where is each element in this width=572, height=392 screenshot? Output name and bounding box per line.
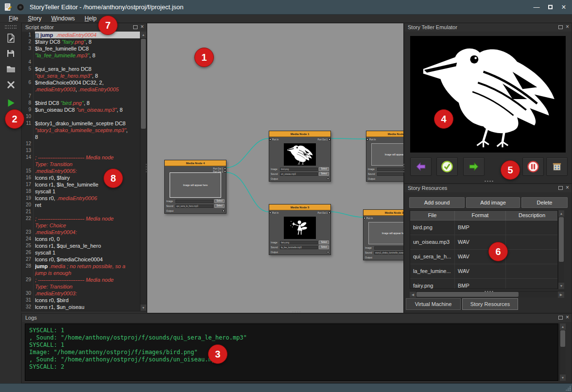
panel-title: Story Resources xyxy=(408,185,447,191)
output-port[interactable] xyxy=(327,178,329,180)
scroll-up-icon[interactable]: ▲ xyxy=(558,210,564,217)
scrollbar-thumb[interactable] xyxy=(560,330,565,347)
close-panel-icon[interactable]: × xyxy=(566,186,569,190)
output-port[interactable] xyxy=(327,251,329,253)
logs-vertical-scrollbar[interactable]: ▲ ▼ xyxy=(559,324,566,381)
script-code-area[interactable]: 1234567891011121314151617181920212223242… xyxy=(22,32,146,311)
select-image-button[interactable]: Select xyxy=(319,167,329,171)
node-title[interactable]: Media Node 2 xyxy=(366,131,404,137)
splitter-handle[interactable] xyxy=(484,180,494,182)
close-button[interactable]: × xyxy=(557,2,570,13)
port-out-label: Port Out 2 xyxy=(213,170,223,173)
splitter-handle[interactable] xyxy=(484,290,494,292)
tab-virtual-machine[interactable]: Virtual Machine xyxy=(406,298,461,310)
callout-2: 2 xyxy=(5,109,24,129)
port-in[interactable] xyxy=(269,212,271,214)
select-sound-button[interactable]: Select xyxy=(214,204,225,208)
code-line: $un_oiseau DC8 "un_oiseau.mp3", 8 xyxy=(35,106,146,113)
scroll-right-icon[interactable]: ▶ xyxy=(558,291,564,298)
select-sound-button[interactable]: Select xyxy=(319,172,329,176)
select-image-button[interactable]: Select xyxy=(319,240,329,244)
scrollbar-thumb[interactable] xyxy=(141,39,146,129)
scroll-down-icon[interactable]: ▼ xyxy=(140,305,146,311)
close-project-button[interactable] xyxy=(2,77,19,92)
toolbar-grip[interactable] xyxy=(5,25,17,29)
port-in[interactable] xyxy=(364,217,365,219)
code-line: ; -------------------------- Media node xyxy=(35,154,146,161)
port-out[interactable] xyxy=(224,168,226,170)
scroll-up-icon[interactable]: ▲ xyxy=(140,32,146,38)
media-node-5[interactable]: Media Node 5 Port In Port Out 1 Imagefai… xyxy=(269,204,331,255)
scrollbar-thumb[interactable] xyxy=(416,292,519,297)
maximize-button[interactable] xyxy=(544,2,556,13)
float-panel-icon[interactable] xyxy=(558,25,563,29)
close-panel-icon[interactable]: × xyxy=(566,25,569,29)
open-project-button[interactable] xyxy=(2,62,19,76)
media-node-1[interactable]: Media Node 1 Port In Port Out 1 Imagebir… xyxy=(269,131,331,182)
select-sound-button[interactable]: Select xyxy=(319,245,329,249)
scrollbar-thumb[interactable] xyxy=(559,217,564,262)
scroll-down-icon[interactable]: ▼ xyxy=(560,375,566,381)
back-button[interactable] xyxy=(410,157,432,176)
validate-button[interactable] xyxy=(436,157,458,176)
menu-help[interactable]: Help xyxy=(80,15,102,22)
add-image-button[interactable]: Add image xyxy=(466,197,520,208)
line-number: 8 xyxy=(22,100,31,106)
column-description[interactable]: Description xyxy=(506,211,558,220)
next-button[interactable] xyxy=(463,157,485,176)
node-title[interactable]: Media Node 4 xyxy=(165,160,226,166)
pause-button[interactable] xyxy=(522,157,544,176)
scroll-down-icon[interactable]: ▼ xyxy=(558,283,564,289)
port-out[interactable] xyxy=(224,170,226,172)
table-row[interactable]: un_oiseau.mp3WAV xyxy=(410,235,557,250)
menu-windows[interactable]: Windows xyxy=(46,15,80,22)
select-image-button[interactable]: Select xyxy=(214,199,225,203)
code-line xyxy=(35,147,146,154)
column-file[interactable]: File xyxy=(410,211,455,220)
tab-story-resources[interactable]: Story Resources xyxy=(462,298,518,310)
script-gutter: 1234567891011121314151617181920212223242… xyxy=(22,32,34,311)
table-row[interactable]: la_fee_lumine...WAV xyxy=(410,264,557,279)
float-panel-icon[interactable] xyxy=(558,186,563,190)
node-title[interactable]: Media Node 5 xyxy=(269,205,330,210)
run-story-button[interactable] xyxy=(2,96,19,110)
line-number xyxy=(22,222,31,229)
media-node-3[interactable]: Media Node 3 Port In Image will appear h… xyxy=(363,209,404,260)
output-port[interactable] xyxy=(223,210,225,212)
table-row[interactable]: fairy.pngBMP xyxy=(410,279,557,289)
splitter-handle[interactable] xyxy=(403,163,405,173)
scroll-up-icon[interactable]: ▲ xyxy=(560,324,566,330)
script-code[interactable]: jump .mediaEntry0004$fairy DC8 "fairy.pn… xyxy=(34,32,146,311)
close-panel-icon[interactable]: × xyxy=(140,25,144,29)
float-panel-icon[interactable] xyxy=(133,25,138,29)
media-node-4[interactable]: Media Node 4 Port Out 1 Port Out 2 Image… xyxy=(164,160,226,214)
minimize-button[interactable]: — xyxy=(530,2,543,13)
column-format[interactable]: Format xyxy=(455,211,506,220)
new-script-button[interactable] xyxy=(2,31,19,45)
port-out[interactable] xyxy=(329,212,330,214)
close-panel-icon[interactable]: × xyxy=(566,315,569,320)
save-button[interactable] xyxy=(2,46,19,61)
code-line xyxy=(35,59,146,66)
float-panel-icon[interactable] xyxy=(558,316,563,320)
port-out[interactable] xyxy=(329,138,330,140)
port-in[interactable] xyxy=(366,138,368,140)
port-in[interactable] xyxy=(269,138,271,140)
delete-button[interactable]: Delete xyxy=(521,197,568,208)
menu-file[interactable]: File xyxy=(4,15,23,22)
media-node-2[interactable]: Media Node 2 Port In Image will appear h… xyxy=(366,131,404,182)
node-graph-canvas[interactable]: Media Node 4 Port Out 1 Port Out 2 Image… xyxy=(147,23,404,313)
node-title[interactable]: Media Node 3 xyxy=(364,210,404,216)
menu-story[interactable]: Story xyxy=(23,15,46,22)
splitter-handle[interactable] xyxy=(145,163,147,173)
node-title[interactable]: Media Node 1 xyxy=(269,131,330,137)
table-cell: WAV xyxy=(455,264,506,278)
resources-vertical-scrollbar[interactable]: ▲ ▼ xyxy=(558,210,564,289)
home-button[interactable] xyxy=(546,157,568,176)
table-row[interactable]: qui_sera_le_h...WAV xyxy=(410,250,557,264)
scroll-left-icon[interactable]: ◀ xyxy=(410,291,416,298)
add-sound-button[interactable]: Add sound xyxy=(409,197,465,208)
table-row[interactable]: bird.pngBMP xyxy=(410,221,557,235)
resize-grip[interactable] xyxy=(565,385,571,391)
splitter-handle[interactable] xyxy=(292,311,301,313)
